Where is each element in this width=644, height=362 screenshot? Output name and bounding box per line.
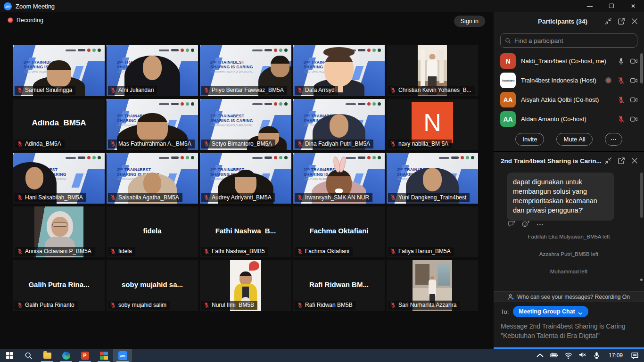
muted-mic-icon — [17, 87, 23, 93]
video-tile[interactable]: 2ᴺᴰ TRAIN4BESTSHARING IS CARING'KEBUTUHA… — [200, 45, 291, 96]
tray-volume-muted-icon[interactable] — [576, 352, 590, 360]
video-tile[interactable]: Adinda_BM5AAdinda_BM5A — [13, 99, 105, 150]
virtual-background-text: 2ᴺᴰ TRAIN4BESTSHARING IS CARING'KEBUTUHA… — [210, 114, 253, 127]
minimize-button[interactable]: — — [579, 0, 601, 12]
add-reaction-icon[interactable] — [522, 221, 530, 228]
avatar: N — [500, 53, 516, 69]
sign-in-button[interactable]: Sign in — [454, 16, 485, 27]
privacy-notice[interactable]: Who can see your messages? Recording On — [494, 291, 644, 302]
close-panel-icon[interactable] — [631, 17, 638, 25]
chat-message-bubble: dapat digunakan untuk membangun solusi y… — [507, 173, 614, 221]
video-tile[interactable]: fidelafidela — [107, 206, 198, 257]
participant-name-label: Priyo Bentar Fawwaz_BM5A — [201, 86, 287, 95]
sponsor-logos — [346, 156, 381, 159]
muted-mic-icon — [390, 87, 396, 93]
tray-battery-icon[interactable] — [547, 352, 561, 360]
video-tile[interactable]: Fathi Nashwa_B...Fathi Nashwa_BMB5 — [200, 206, 291, 257]
video-tile[interactable]: 2ᴺᴰ TRAIN4BESTSHARING IS CARING'KEBUTUHA… — [293, 45, 385, 96]
participants-scrollbar[interactable] — [640, 53, 643, 83]
video-icon — [630, 77, 637, 84]
video-tile[interactable]: 2ᴺᴰ TRAIN4BESTSHARING IS CARING'KEBUTUHA… — [13, 45, 105, 96]
collapse-chat-icon[interactable] — [604, 157, 612, 165]
participant-name-label: Yuni Dangkeng_Train4best — [388, 193, 470, 202]
video-tile[interactable]: 2ᴺᴰ TRAIN4BESTSHARING IS CARING'KEBUTUHA… — [107, 153, 198, 204]
recipient-selector[interactable]: Meeting Group Chat — [513, 306, 588, 317]
taskbar-edge-icon[interactable] — [57, 349, 75, 362]
participant-name: Aisyah Azkia Qolbi (Co-host) — [521, 96, 612, 103]
popout-panel-icon[interactable] — [618, 17, 625, 25]
video-tile[interactable]: 2ᴺᴰ TRAIN4BESTSHARING IS CARING'KEBUTUHA… — [107, 45, 198, 96]
video-tile[interactable]: 2ᴺᴰ TRAIN4BESTSHARING IS CARING'KEBUTUHA… — [293, 153, 385, 204]
search-input[interactable] — [514, 37, 633, 44]
chat-compose-input[interactable]: Message 2nd Train4best Sharing is Caring… — [494, 318, 644, 345]
sponsor-logos — [252, 49, 288, 52]
muted-mic-icon — [110, 141, 116, 147]
video-tile[interactable]: Christian Kevin Yohanes_B... — [387, 45, 478, 96]
participant-search[interactable] — [500, 33, 637, 48]
taskbar-winrar-icon[interactable] — [94, 349, 113, 362]
video-tile[interactable]: 2ᴺᴰ TRAIN4BESTSHARING IS CARING'KEBUTUHA… — [200, 99, 291, 150]
video-tile[interactable]: Sari Nurharlita Azzahra — [387, 260, 478, 311]
participant-row[interactable]: AAAisyah Azkia Qolbi (Co-host) — [494, 90, 644, 109]
taskbar-search-icon[interactable] — [19, 349, 38, 362]
participant-name-label: Nurul Ilmi_BM5B — [201, 301, 257, 310]
participant-name-label: soby mujahid salim — [108, 301, 170, 310]
close-chat-icon[interactable] — [631, 157, 638, 165]
muted-mic-icon — [17, 141, 23, 147]
close-window-button[interactable]: ✕ — [622, 0, 644, 12]
taskbar-powerpoint-icon[interactable]: P — [75, 349, 94, 362]
taskbar-file-explorer-icon[interactable] — [38, 349, 57, 362]
video-tile[interactable]: Annisa Octaviani P_BM5A — [13, 206, 105, 257]
taskbar-start-icon[interactable] — [0, 349, 19, 362]
popout-chat-icon[interactable] — [618, 157, 625, 165]
video-tile[interactable]: Fachma OktafianiFachma Oktafiani — [293, 206, 385, 257]
muted-mic-icon — [110, 87, 116, 93]
video-tile[interactable]: 2ᴺᴰ TRAIN4BESTSHARING IS CARING'KEBUTUHA… — [293, 99, 385, 150]
muted-mic-icon — [618, 96, 625, 103]
muted-mic-icon — [17, 195, 23, 201]
taskbar-zoom-icon[interactable]: zm — [113, 349, 132, 362]
tray-microphone-icon[interactable] — [590, 352, 604, 360]
title-bar: zm Zoom Meeting — ❐ ✕ — [0, 0, 644, 12]
video-tile[interactable]: 2ᴺᴰ TRAIN4BESTSHARING IS CARING'KEBUTUHA… — [387, 153, 478, 204]
video-icon — [630, 58, 637, 65]
muted-mic-icon — [618, 77, 625, 84]
participant-name-label: Samuel Sinulingga — [15, 86, 75, 95]
video-tile[interactable]: Nurul Ilmi_BM5B — [200, 260, 291, 311]
window-title: Zoom Meeting — [16, 3, 55, 10]
participant-row[interactable]: NNaldi_Train4best (Co-host, me) — [494, 51, 644, 71]
collapse-panel-icon[interactable] — [604, 17, 612, 25]
video-tile[interactable]: 2ᴺᴰ TRAIN4BESTSHARING IS CARING'KEBUTUHA… — [200, 153, 291, 204]
participant-row[interactable]: AAAldan Amanto (Co-host) — [494, 109, 644, 129]
chat-header: 2nd Train4best Sharing is Carin... — [494, 152, 644, 170]
video-tile[interactable]: Galih Putra Rina...Galih Putra Rinanto — [13, 260, 105, 311]
chat-scroll-dot — [640, 279, 643, 281]
tray-wifi-icon[interactable] — [561, 352, 576, 360]
video-tile[interactable]: Fatiya Hanun_BM5A — [387, 206, 478, 257]
invite-button[interactable]: Invite — [515, 133, 544, 146]
action-center-icon[interactable] — [627, 352, 642, 360]
mute-all-button[interactable]: Mute All — [556, 133, 592, 146]
video-tile[interactable]: Nnavy nabilla_BM 5A — [387, 99, 478, 150]
muted-mic-icon — [204, 248, 209, 255]
video-tile[interactable]: soby mujahid sa...soby mujahid salim — [107, 260, 198, 311]
sponsor-logos — [252, 156, 288, 159]
reply-icon[interactable] — [508, 221, 516, 228]
participant-list: NNaldi_Train4best (Co-host, me)Train4bes… — [494, 51, 644, 129]
participant-name-label: Salsabila Agatha_BM5A — [108, 193, 182, 202]
message-more-icon[interactable] — [536, 221, 544, 228]
chat-scrollbar[interactable] — [640, 173, 643, 218]
sponsor-logos — [252, 102, 288, 106]
sponsor-logos — [439, 156, 474, 159]
video-tile[interactable]: 2ᴺᴰ TRAIN4BESTSHARING IS CARING'KEBUTUHA… — [13, 153, 105, 204]
video-tile[interactable]: 2ᴺᴰ TRAIN4BESTSHARING IS CARING'KEBUTUHA… — [107, 99, 198, 150]
tray-tray-expand-icon[interactable] — [533, 352, 547, 360]
video-tile[interactable]: Rafi Ridwan BM...Rafi Ridwan BM5B — [293, 260, 385, 311]
participant-name-label: Fathi Nashwa_BMB5 — [201, 247, 268, 256]
visibility-icon — [508, 294, 514, 300]
participant-row[interactable]: Train4bestTrain4best Indonesia (Host) — [494, 71, 644, 90]
taskbar-clock[interactable]: 17:09 — [604, 352, 627, 359]
participants-more-button[interactable]: ⋯ — [605, 133, 622, 146]
restore-button[interactable]: ❐ — [601, 0, 622, 12]
sponsor-logos — [159, 102, 194, 106]
